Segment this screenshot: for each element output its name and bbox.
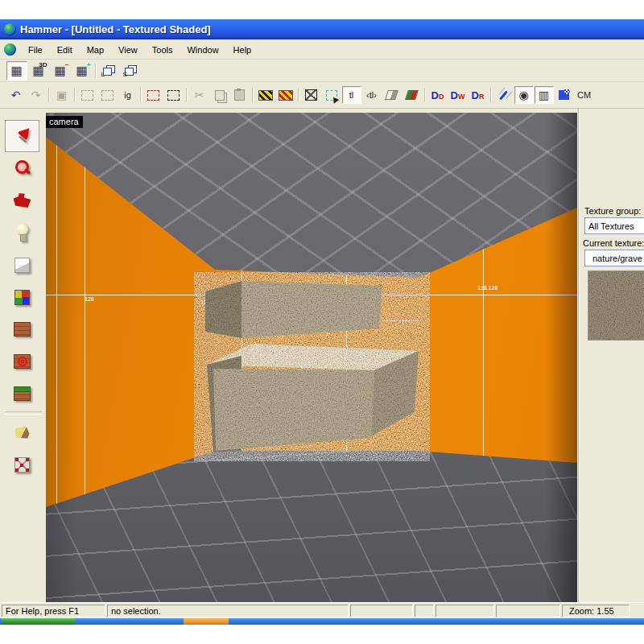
block-tool[interactable] [6, 250, 39, 280]
desktop: Hammer - [Untitled - Textured Shaded] Fi… [0, 0, 644, 644]
d-w-button[interactable]: DW [448, 86, 468, 104]
magnify-tool[interactable] [6, 153, 39, 184]
cordon-edit-icon [279, 90, 293, 101]
menu-items: FileEditMapViewToolsWindowHelp [21, 42, 258, 56]
select-handles-icon [305, 89, 317, 101]
texture-sidebar: Texture group: All Textures Current text… [581, 113, 644, 602]
ignore-groups-icon: ig [124, 91, 131, 100]
hide-selected-button[interactable] [144, 86, 163, 104]
status-selection: no selection. [107, 605, 349, 617]
toolbar-separator [422, 86, 427, 104]
status-grid [496, 605, 560, 617]
load-window-state-button[interactable]: L [99, 61, 120, 80]
larger-grid-button[interactable]: ▦+ [72, 61, 93, 80]
texture-lock-button[interactable]: tl [342, 86, 361, 104]
d-d-button-sub: D [439, 93, 444, 101]
menu-map[interactable]: Map [80, 43, 111, 57]
d-w-icon: D [451, 90, 458, 101]
clipping-tool[interactable] [6, 417, 39, 448]
status-size [436, 605, 494, 617]
toolbar-separator [138, 86, 143, 104]
larger-grid-icon: ▦ [76, 64, 87, 76]
selection-tool[interactable] [6, 121, 39, 151]
overlay-tool[interactable] [6, 378, 39, 409]
menu-window[interactable]: Window [180, 43, 225, 57]
view-toolbar: ▦▦3D▦−▦+LS [0, 60, 644, 82]
status-zoom: Zoom: 1.55 [562, 605, 630, 617]
entity-tool[interactable] [6, 217, 39, 248]
apply-decals-tool[interactable] [6, 346, 39, 377]
d-r-icon: D [472, 90, 479, 101]
brick-icon [14, 322, 31, 336]
hatch-view-icon: ▥ [539, 89, 549, 101]
status-zoom-text: Zoom: 1.55 [569, 606, 614, 616]
texture-preview[interactable] [588, 270, 644, 341]
apply-current-texture-tool[interactable] [6, 314, 39, 345]
show-all-icon [167, 90, 180, 101]
texture-lock-scale-button[interactable]: ‹tl› [362, 86, 382, 104]
copy-button[interactable] [210, 86, 229, 104]
arrow-icon [14, 127, 31, 145]
viewport-3d[interactable]: 128128128.128 [46, 113, 577, 602]
paste-button[interactable] [230, 86, 250, 104]
title-bar[interactable]: Hammer - [Untitled - Textured Shaded] [0, 19, 644, 39]
carve-icon: ▣ [56, 89, 67, 101]
gravel-brush-blocks[interactable] [46, 113, 577, 602]
cordon-toggle-button[interactable] [256, 86, 275, 104]
ungroup-button[interactable] [98, 86, 118, 104]
camera-tool[interactable] [6, 185, 39, 216]
menu-help[interactable]: Help [226, 43, 259, 57]
flip-vertical-button[interactable] [402, 86, 422, 104]
auto-select-icon [326, 90, 337, 101]
load-window-state-icon [103, 65, 115, 76]
camera-icon [14, 193, 31, 208]
menu-edit[interactable]: Edit [50, 43, 80, 57]
wand-icon [499, 90, 508, 100]
menu-file[interactable]: File [21, 43, 50, 57]
save-window-state-button-letter: S [123, 72, 127, 78]
toolbar-separator [46, 86, 52, 104]
toolbar-separator [250, 86, 255, 104]
start-button-edge[interactable] [2, 618, 76, 625]
texture-application-tool[interactable] [6, 282, 39, 312]
undo-button[interactable]: ↶ [6, 86, 26, 104]
texture-group-select[interactable]: All Textures [584, 217, 644, 234]
taskbar-item [184, 618, 229, 625]
cm-button[interactable]: CM [575, 86, 594, 104]
toolbar-separator [184, 86, 189, 104]
dither-button[interactable] [555, 86, 574, 104]
sphere-view-button[interactable]: ◉ [514, 86, 534, 104]
status-help-text: For Help, press F1 [6, 606, 79, 616]
toggle-grid-button[interactable]: ▦ [6, 61, 27, 80]
d-r-button[interactable]: DR [469, 86, 488, 104]
window-title: Hammer - [Untitled - Textured Shaded] [20, 23, 211, 35]
redo-button[interactable]: ↷ [27, 86, 46, 104]
hatch-view-button[interactable]: ▥ [535, 86, 554, 104]
group-button[interactable] [78, 86, 97, 104]
wand-button[interactable] [494, 86, 514, 104]
cm-icon: CM [577, 91, 591, 100]
cut-button[interactable]: ✂ [190, 86, 209, 104]
smaller-grid-icon: ▦ [54, 64, 65, 76]
auto-select-button[interactable] [322, 86, 341, 104]
menu-tools[interactable]: Tools [145, 43, 180, 57]
d-d-button[interactable]: DD [428, 86, 448, 104]
smaller-grid-button[interactable]: ▦− [50, 61, 71, 80]
ignore-groups-button[interactable]: ig [118, 86, 138, 104]
carve-button[interactable]: ▣ [52, 86, 72, 104]
select-handles-button[interactable] [302, 86, 321, 104]
document-globe-icon[interactable] [4, 43, 16, 56]
menu-view[interactable]: View [111, 43, 145, 57]
flip-horizontal-icon [385, 90, 398, 100]
flip-horizontal-button[interactable] [382, 86, 402, 104]
bulb-icon [14, 224, 31, 242]
toolbar-separator [295, 86, 301, 104]
toggle-3d-grid-button[interactable]: ▦3D [28, 61, 49, 80]
vertex-tool[interactable] [6, 449, 39, 480]
save-window-state-button[interactable]: S [121, 61, 142, 80]
d-d-icon: D [431, 90, 439, 101]
status-help: For Help, press F1 [2, 605, 105, 617]
current-texture-select[interactable]: nature/grave [584, 250, 644, 266]
cordon-edit-button[interactable] [276, 86, 295, 104]
show-all-button[interactable] [164, 86, 184, 104]
